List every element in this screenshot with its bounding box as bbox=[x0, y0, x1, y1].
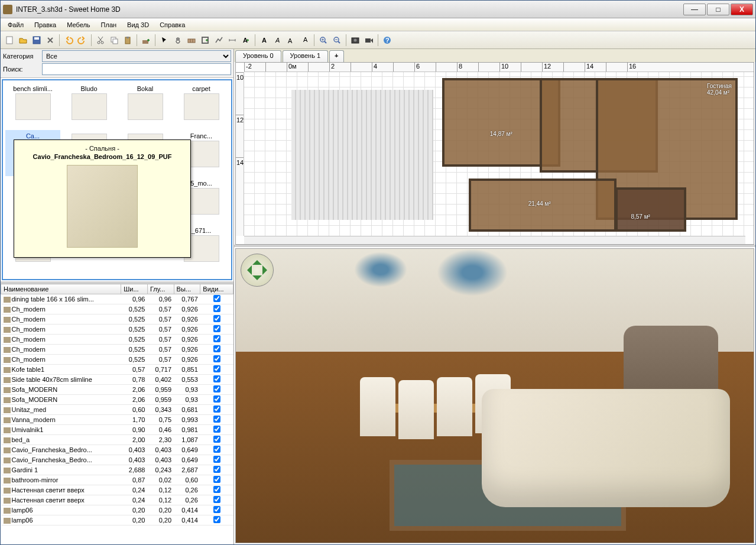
col-depth[interactable]: Глу... bbox=[147, 284, 174, 294]
zoom-out-icon[interactable] bbox=[330, 34, 343, 47]
visible-checkbox[interactable] bbox=[213, 335, 220, 342]
col-height[interactable]: Вы... bbox=[174, 284, 200, 294]
visible-checkbox[interactable] bbox=[213, 345, 220, 352]
visible-checkbox[interactable] bbox=[213, 486, 220, 493]
table-row[interactable]: Kofe table10,570,7170,851 bbox=[1, 365, 233, 375]
visible-checkbox[interactable] bbox=[213, 365, 220, 372]
pan-icon[interactable] bbox=[171, 34, 184, 47]
copy-icon[interactable] bbox=[108, 34, 121, 47]
save-icon[interactable] bbox=[30, 34, 43, 47]
col-visible[interactable]: Види... bbox=[200, 284, 233, 294]
tab-level-0[interactable]: Уровень 0 bbox=[235, 50, 281, 62]
catalog-item[interactable]: Bokal bbox=[118, 83, 173, 129]
table-row[interactable]: Unitaz_med0,600,3430,681 bbox=[1, 405, 233, 415]
scrollbar-horizontal[interactable] bbox=[244, 236, 745, 244]
visible-checkbox[interactable] bbox=[213, 456, 220, 463]
visible-checkbox[interactable] bbox=[213, 395, 220, 403]
table-row[interactable]: Gardini 12,6880,2432,687 bbox=[1, 465, 233, 475]
stairs[interactable] bbox=[291, 90, 433, 220]
nav-up-icon[interactable] bbox=[252, 255, 262, 265]
search-input[interactable] bbox=[42, 63, 231, 75]
visible-checkbox[interactable] bbox=[213, 405, 220, 413]
visible-checkbox[interactable] bbox=[213, 416, 220, 423]
visible-checkbox[interactable] bbox=[213, 436, 220, 443]
visible-checkbox[interactable] bbox=[213, 506, 220, 513]
photo-icon[interactable] bbox=[349, 34, 362, 47]
minimize-button[interactable]: — bbox=[683, 4, 706, 15]
maximize-button[interactable]: □ bbox=[707, 4, 729, 15]
table-row[interactable]: bathroom-mirror0,870,020,60 bbox=[1, 475, 233, 485]
visible-checkbox[interactable] bbox=[213, 305, 220, 312]
preferences-icon[interactable] bbox=[44, 34, 57, 47]
table-row[interactable]: Sofa_MODERN2,060,9590,93 bbox=[1, 385, 233, 395]
catalog-item[interactable]: Bludo bbox=[61, 83, 116, 129]
visible-checkbox[interactable] bbox=[213, 295, 220, 302]
select-icon[interactable] bbox=[158, 34, 171, 47]
plan-canvas[interactable]: 14,87 м² Гостиная 42,04 м² 21,44 м² 8,57… bbox=[244, 72, 754, 236]
cut-icon[interactable] bbox=[94, 34, 107, 47]
visible-checkbox[interactable] bbox=[213, 516, 220, 523]
create-dimension-icon[interactable] bbox=[226, 34, 239, 47]
table-row[interactable]: Ch_modern0,5250,570,926 bbox=[1, 314, 233, 325]
visible-checkbox[interactable] bbox=[213, 476, 220, 483]
tab-level-1[interactable]: Уровень 1 bbox=[283, 50, 329, 62]
paste-icon[interactable] bbox=[121, 34, 134, 47]
text-italic-icon[interactable]: A bbox=[271, 34, 284, 47]
visible-checkbox[interactable] bbox=[213, 496, 220, 503]
open-icon[interactable] bbox=[17, 34, 30, 47]
create-polyline-icon[interactable] bbox=[212, 34, 225, 47]
plan-view[interactable]: -20м246810121416 101214 14,87 м² Гостина… bbox=[235, 62, 754, 245]
table-row[interactable]: Ch_modern0,5250,570,926 bbox=[1, 345, 233, 355]
create-text-icon[interactable]: A bbox=[239, 34, 252, 47]
redo-icon[interactable] bbox=[76, 34, 89, 47]
nav-compass[interactable] bbox=[241, 254, 274, 287]
visible-checkbox[interactable] bbox=[213, 446, 220, 453]
menu-edit[interactable]: Правка bbox=[30, 20, 61, 30]
col-width[interactable]: Ши... bbox=[121, 284, 148, 294]
table-row[interactable]: Ch_modern0,5250,570,926 bbox=[1, 335, 233, 345]
text-increase-icon[interactable]: A bbox=[285, 34, 298, 47]
create-room-icon[interactable] bbox=[199, 34, 212, 47]
table-row[interactable]: dining table 166 x 166 slim...0,960,960,… bbox=[1, 294, 233, 304]
menu-help[interactable]: Справка bbox=[155, 20, 190, 30]
table-row[interactable]: bed_a2,002,301,087 bbox=[1, 435, 233, 445]
table-row[interactable]: Umivalnik10,900,460,981 bbox=[1, 425, 233, 435]
category-select[interactable]: Все bbox=[42, 50, 231, 62]
menu-file[interactable]: Файл bbox=[3, 20, 28, 30]
undo-icon[interactable] bbox=[62, 34, 75, 47]
visible-checkbox[interactable] bbox=[213, 385, 220, 392]
add-furniture-icon[interactable] bbox=[139, 34, 153, 47]
menu-furniture[interactable]: Мебель bbox=[62, 20, 95, 30]
video-icon[interactable] bbox=[362, 34, 375, 47]
close-button[interactable]: X bbox=[731, 4, 753, 15]
table-row[interactable]: lamp060,200,200,414 bbox=[1, 515, 233, 525]
create-walls-icon[interactable] bbox=[185, 34, 198, 47]
table-row[interactable]: Настенная светит вверх0,240,120,26 bbox=[1, 485, 233, 495]
catalog-grid[interactable]: bench slimli...BludoBokalcarpetCa...Fran… bbox=[2, 79, 232, 280]
text-bold-icon[interactable]: A bbox=[258, 34, 271, 47]
table-row[interactable]: Ch_modern0,5250,570,926 bbox=[1, 304, 233, 314]
col-name[interactable]: Наименование bbox=[1, 284, 121, 294]
catalog-item[interactable]: carpet bbox=[174, 83, 229, 129]
visible-checkbox[interactable] bbox=[213, 355, 220, 362]
table-row[interactable]: Настенная светит вверх0,240,120,26 bbox=[1, 495, 233, 505]
visible-checkbox[interactable] bbox=[213, 325, 220, 332]
table-row[interactable]: Ch_modern0,5250,570,926 bbox=[1, 355, 233, 365]
visible-checkbox[interactable] bbox=[213, 426, 220, 433]
furniture-list[interactable]: Наименование Ши... Глу... Вы... Види... … bbox=[1, 281, 233, 544]
table-row[interactable]: Vanna_modern1,700,750,993 bbox=[1, 415, 233, 425]
room-4[interactable]: 21,44 м² bbox=[469, 179, 617, 232]
tab-add-level[interactable]: + bbox=[329, 50, 343, 62]
catalog-item[interactable]: bench slimli... bbox=[5, 83, 60, 129]
table-row[interactable]: Sofa_MODERN2,060,9590,93 bbox=[1, 395, 233, 405]
view-3d[interactable] bbox=[235, 248, 754, 543]
new-icon[interactable] bbox=[3, 34, 16, 47]
visible-checkbox[interactable] bbox=[213, 375, 220, 382]
table-row[interactable]: Side table 40x78cm slimline0,780,4020,55… bbox=[1, 375, 233, 385]
room-5[interactable]: 8,57 м² bbox=[615, 187, 686, 232]
help-icon[interactable]: ? bbox=[381, 34, 394, 47]
table-row[interactable]: Ch_modern0,5250,570,926 bbox=[1, 325, 233, 335]
visible-checkbox[interactable] bbox=[213, 466, 220, 473]
nav-down-icon[interactable] bbox=[252, 275, 262, 285]
nav-right-icon[interactable] bbox=[262, 265, 272, 275]
